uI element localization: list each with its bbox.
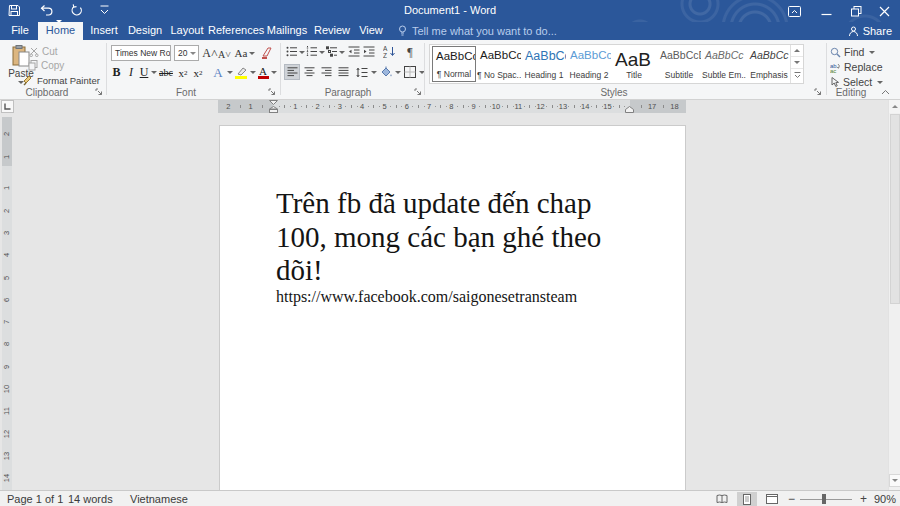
style-heading-2[interactable]: AaBbCcDHeading 2 (567, 46, 611, 82)
find-icon (830, 47, 841, 58)
word-window: Document1 - Word File Home Insert Design… (0, 0, 900, 506)
bold-button[interactable]: B (110, 65, 123, 80)
numbering-button[interactable] (306, 46, 318, 57)
styles-gallery: AaBbCcDd¶ Normal AaBbCcDd¶ No Spac... Aa… (429, 44, 804, 84)
paragraph-dialog-launcher-icon[interactable] (414, 88, 423, 97)
clipboard-dialog-launcher-icon[interactable] (95, 88, 104, 97)
tab-view[interactable]: View (353, 22, 389, 40)
first-line-indent-marker[interactable] (269, 100, 278, 105)
style-heading-1[interactable]: AaBbCcHeading 1 (522, 46, 566, 82)
ribbon-display-options-icon[interactable] (780, 0, 808, 22)
select-cursor-icon (830, 77, 840, 88)
document-link-text: https://www.facebook.com/saigonesetranst… (276, 288, 577, 306)
scroll-down-icon[interactable] (889, 474, 900, 487)
justify-button[interactable] (335, 64, 351, 80)
increase-indent-button[interactable] (363, 46, 375, 57)
line-spacing-button[interactable] (354, 64, 370, 80)
styles-gallery-scrollbar[interactable] (790, 45, 803, 83)
tab-mailings[interactable]: Mailings (263, 22, 311, 40)
zoom-out-button[interactable]: − (788, 492, 795, 506)
italic-button[interactable]: I (125, 65, 137, 80)
decrease-indent-button[interactable] (348, 46, 360, 57)
collapse-ribbon-icon[interactable] (878, 86, 892, 98)
minimize-button[interactable] (812, 0, 840, 22)
scrollbar-thumb[interactable] (890, 114, 900, 304)
svg-text:ac: ac (830, 68, 836, 73)
style-normal[interactable]: AaBbCcDd¶ Normal (432, 46, 476, 82)
clear-formatting-button[interactable] (259, 45, 275, 61)
tab-file[interactable]: File (6, 22, 34, 40)
style-subtitle[interactable]: AaBbCcDSubtitle (657, 46, 701, 82)
close-button[interactable] (870, 0, 898, 22)
page-count-status[interactable]: Page 1 of 1 (7, 492, 63, 506)
highlight-color-swatch (235, 76, 247, 79)
scroll-up-icon[interactable] (889, 100, 900, 113)
tab-references[interactable]: References (208, 22, 263, 40)
clipboard-group-label: Clipboard (7, 87, 87, 98)
window-title: Document1 - Word (0, 4, 900, 16)
styles-scroll-up-icon[interactable] (791, 45, 803, 57)
font-color-button[interactable]: A (256, 65, 270, 80)
read-mode-button[interactable] (712, 492, 732, 506)
align-right-button[interactable] (318, 64, 334, 80)
vertical-ruler[interactable]: 211234567891011121314 (2, 117, 12, 490)
shrink-font-button[interactable]: A˅ (218, 47, 231, 61)
style-emphasis[interactable]: AaBbCcEmphasis (747, 46, 791, 82)
strikethrough-button[interactable]: abc (158, 65, 174, 80)
restore-button[interactable] (842, 0, 870, 22)
font-name-combo[interactable]: Times New Ro (111, 45, 171, 61)
tab-stop-selector[interactable] (1, 100, 14, 113)
format-painter-button[interactable]: Format Painter (23, 75, 100, 86)
tab-insert[interactable]: Insert (85, 22, 123, 40)
document-page[interactable]: Trên fb đã update đến chap 100, mong các… (219, 125, 686, 490)
word-count-status[interactable]: 14 words (68, 492, 113, 506)
language-status[interactable]: Vietnamese (130, 492, 188, 506)
tell-me-box[interactable]: Tell me what you want to do... (398, 22, 557, 40)
zoom-percentage[interactable]: 90% (874, 492, 896, 506)
styles-more-icon[interactable] (791, 69, 803, 81)
font-dialog-launcher-icon[interactable] (268, 88, 277, 97)
zoom-in-button[interactable]: + (860, 492, 867, 506)
borders-button[interactable] (402, 64, 418, 80)
sort-button[interactable]: AZ (383, 45, 396, 58)
style-no-spacing[interactable]: AaBbCcDd¶ No Spac... (477, 46, 521, 82)
multilevel-list-button[interactable] (326, 46, 338, 57)
tab-home[interactable]: Home (38, 22, 83, 40)
zoom-slider-thumb[interactable] (822, 494, 826, 504)
copy-icon (28, 60, 38, 71)
underline-button[interactable]: U (138, 65, 150, 80)
status-bar: Page 1 of 1 14 words Vietnamese − + 90% (0, 490, 900, 506)
style-subtle-emphasis[interactable]: AaBbCcSubtle Em... (702, 46, 746, 82)
grow-font-button[interactable]: A˄ (203, 45, 217, 61)
change-case-button[interactable]: Aa (235, 45, 255, 61)
horizontal-ruler[interactable]: 211234567891011121314151718 (218, 100, 686, 113)
tab-layout[interactable]: Layout (166, 22, 208, 40)
share-button[interactable]: Share (848, 22, 892, 40)
hanging-indent-marker[interactable] (269, 106, 278, 113)
text-effects-button[interactable]: A (210, 65, 226, 80)
find-button[interactable]: Find (830, 46, 875, 58)
shading-button[interactable] (378, 64, 394, 80)
web-layout-button[interactable] (762, 492, 782, 506)
cut-button[interactable]: Cut (29, 46, 58, 57)
style-title[interactable]: AaBTitle (612, 46, 656, 82)
vertical-scrollbar[interactable] (888, 100, 900, 490)
tab-design[interactable]: Design (124, 22, 166, 40)
superscript-button[interactable]: x2 (191, 65, 205, 80)
show-hide-pilcrow-button[interactable]: ¶ (403, 45, 417, 59)
right-indent-marker[interactable] (625, 106, 634, 113)
copy-button[interactable]: Copy (28, 60, 64, 71)
align-left-button[interactable] (284, 64, 300, 80)
document-area: 211234567891011121314151718 211234567891… (0, 100, 900, 490)
styles-scroll-down-icon[interactable] (791, 57, 803, 69)
subscript-button[interactable]: x2 (176, 65, 190, 80)
font-size-combo[interactable]: 20 (174, 45, 199, 61)
tab-review[interactable]: Review (311, 22, 353, 40)
highlight-color-button[interactable] (233, 65, 249, 80)
align-center-button[interactable] (301, 64, 317, 80)
bullets-button[interactable] (286, 46, 298, 57)
replace-button[interactable]: abac Replace (830, 61, 883, 73)
zoom-slider[interactable] (800, 499, 852, 500)
share-person-icon (848, 26, 859, 37)
print-layout-button[interactable] (737, 492, 757, 506)
